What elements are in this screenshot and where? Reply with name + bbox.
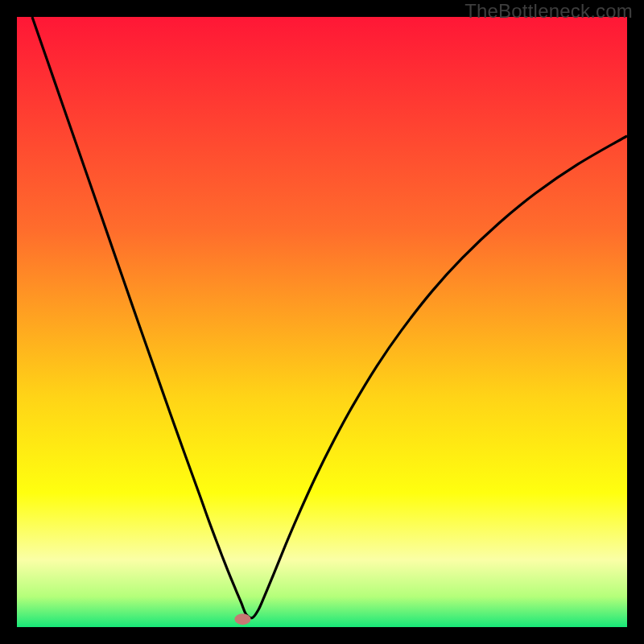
svg-point-1 xyxy=(234,613,250,625)
bottleneck-curve xyxy=(17,17,627,627)
chart-frame xyxy=(17,17,627,627)
source-label: TheBottleneck.com xyxy=(464,0,633,23)
